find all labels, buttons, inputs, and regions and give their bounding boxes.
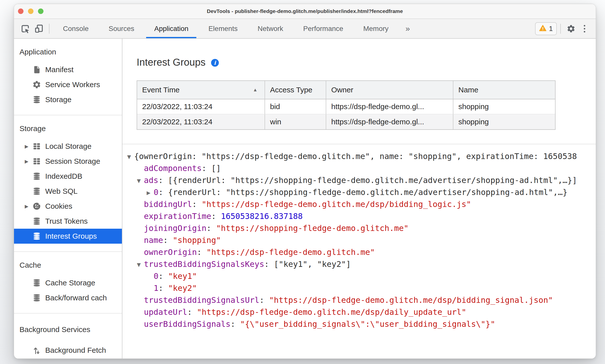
page-title: Interest Groups — [137, 57, 206, 68]
tree-line-key-1[interactable]: 1: "key2" — [122, 282, 596, 294]
sidebar-item-label: Cookies — [45, 202, 72, 210]
tree-line-expirationtime[interactable]: expirationTime: 1650538216.837188 — [122, 210, 596, 222]
toolbar-separator — [49, 24, 49, 34]
tree-line-name[interactable]: name: "shopping" — [122, 234, 596, 246]
sidebar-item-web-sql[interactable]: Web SQL — [14, 184, 122, 199]
tab-performance[interactable]: Performance — [293, 19, 353, 38]
sidebar-item-interest-groups[interactable]: Interest Groups — [14, 229, 122, 244]
sidebar-item-storage[interactable]: Storage — [14, 92, 122, 107]
up-down-arrows-icon — [32, 346, 41, 355]
toolbar-separator — [560, 24, 561, 34]
sidebar-item-label: Local Storage — [45, 142, 91, 151]
sidebar-item-service-workers[interactable]: Service Workers — [14, 77, 122, 92]
zoom-window-button[interactable] — [38, 8, 43, 14]
tab-network[interactable]: Network — [248, 19, 293, 38]
sidebar-section-storage: Storage ▶ Local Storage ▶ Session Storag… — [14, 115, 122, 252]
expander-icon[interactable]: ▶ — [25, 159, 32, 164]
tab-elements[interactable]: Elements — [198, 19, 248, 38]
tree-line-key-0[interactable]: 0: "key1" — [122, 270, 596, 282]
table-cell-name[interactable]: shopping — [453, 99, 555, 114]
tree-line-trustedbiddingsignalsurl[interactable]: trustedBiddingSignalsUrl: "https://dsp-f… — [122, 294, 596, 306]
sidebar-item-label: Trust Tokens — [45, 217, 88, 225]
col-header-name[interactable]: Name — [453, 81, 555, 99]
devtools-toolbar: Console Sources Application Elements Net… — [14, 19, 596, 39]
tab-sources[interactable]: Sources — [99, 19, 144, 38]
interest-groups-table: Event Time ▲ Access Type Owner Name 22/0… — [137, 80, 556, 130]
tree-line-biddingurl[interactable]: biddingUrl: "https://dsp-fledge-demo.gli… — [122, 198, 596, 210]
details-divider — [122, 144, 596, 144]
sidebar-section-cache: Cache Cache Storage Back/forward cach — [14, 252, 122, 314]
document-icon — [32, 65, 41, 74]
device-toolbar-icon[interactable] — [32, 19, 45, 38]
database-icon — [32, 187, 41, 196]
sidebar-item-cache-storage[interactable]: Cache Storage — [14, 275, 122, 290]
sidebar-item-local-storage[interactable]: ▶ Local Storage — [14, 139, 122, 154]
devtools-window: DevTools - publisher-fledge-demo.glitch.… — [14, 4, 596, 359]
sidebar-item-label: Background Fetch — [45, 346, 106, 355]
collapse-triangle-icon[interactable]: ▼ — [137, 175, 144, 186]
issues-warning-badge[interactable]: 1 — [535, 22, 557, 35]
tree-line-ads-0[interactable]: ▶0: {renderUrl: "https://shopping-fledge… — [122, 186, 596, 198]
tree-line-ownerorigin[interactable]: ownerOrigin: "https://dsp-fledge-demo.gl… — [122, 246, 596, 258]
table-cell-owner[interactable]: https://dsp-fledge-demo.gl... — [326, 114, 453, 129]
sidebar-item-indexeddb[interactable]: IndexedDB — [14, 169, 122, 184]
database-icon — [32, 293, 41, 302]
database-icon — [32, 217, 41, 226]
tree-line-ads[interactable]: ▼ads: [{renderUrl: "https://shopping-fle… — [122, 174, 596, 186]
interest-group-json-tree: ▼{ownerOrigin: "https://dsp-fledge-demo.… — [122, 150, 596, 330]
tree-line-trustedbiddingsignalskeys[interactable]: ▼trustedBiddingSignalsKeys: ["key1", "ke… — [122, 258, 596, 270]
expander-icon[interactable]: ▶ — [25, 203, 32, 209]
sidebar-item-label: IndexedDB — [45, 172, 82, 181]
warning-triangle-icon — [539, 24, 547, 33]
traffic-lights — [18, 8, 43, 14]
database-icon — [32, 278, 41, 287]
col-header-owner[interactable]: Owner — [326, 81, 453, 99]
col-header-event-time[interactable]: Event Time ▲ — [137, 81, 265, 99]
more-tabs-icon[interactable]: » — [398, 19, 417, 38]
table-cell-access-type[interactable]: bid — [265, 99, 326, 114]
sidebar-item-trust-tokens[interactable]: Trust Tokens — [14, 214, 122, 229]
tab-memory[interactable]: Memory — [353, 19, 398, 38]
sidebar-item-session-storage[interactable]: ▶ Session Storage — [14, 154, 122, 169]
sidebar-item-label: Storage — [45, 95, 71, 104]
table-grid-icon — [32, 142, 41, 151]
sidebar-item-background-fetch[interactable]: Background Fetch — [14, 343, 122, 358]
table-cell-access-type[interactable]: win — [265, 114, 326, 129]
kebab-menu-icon[interactable] — [578, 19, 591, 38]
table-cell-event-time[interactable]: 22/03/2022, 11:03:24 — [137, 99, 265, 114]
tree-line-joiningorigin[interactable]: joiningOrigin: "https://shopping-fledge-… — [122, 222, 596, 234]
minimize-window-button[interactable] — [28, 8, 33, 14]
sidebar-item-label: Service Workers — [45, 80, 100, 89]
sidebar-item-back-forward-cache[interactable]: Back/forward cach — [14, 290, 122, 305]
sidebar-item-label: Session Storage — [45, 157, 100, 166]
table-cell-name[interactable]: shopping — [453, 114, 555, 129]
tree-line-updateurl[interactable]: updateUrl: "https://dsp-fledge-demo.glit… — [122, 306, 596, 318]
close-window-button[interactable] — [18, 8, 23, 14]
warning-count: 1 — [549, 25, 553, 33]
settings-gear-icon[interactable] — [564, 19, 578, 38]
tree-line-userbiddingsignals[interactable]: userBiddingSignals: "{\"user_bidding_sig… — [122, 318, 596, 330]
database-icon — [32, 232, 41, 241]
table-cell-event-time[interactable]: 22/03/2022, 11:03:24 — [137, 114, 265, 129]
section-header-background-services: Background Services — [14, 325, 122, 334]
table-cell-owner[interactable]: https://dsp-fledge-demo.gl... — [326, 99, 453, 114]
sidebar-item-manifest[interactable]: Manifest — [14, 62, 122, 77]
tree-line-adcomponents[interactable]: adComponents: [] — [122, 162, 596, 174]
tab-application[interactable]: Application — [144, 19, 198, 38]
collapse-triangle-icon[interactable]: ▼ — [137, 259, 144, 270]
section-header-application: Application — [14, 47, 122, 57]
sidebar-item-cookies[interactable]: ▶ Cookies — [14, 199, 122, 214]
inspect-element-icon[interactable] — [18, 19, 32, 38]
section-header-storage: Storage — [14, 124, 122, 133]
expander-icon[interactable]: ▶ — [25, 144, 32, 149]
tree-line-root[interactable]: ▼{ownerOrigin: "https://dsp-fledge-demo.… — [122, 150, 596, 162]
tab-console[interactable]: Console — [53, 19, 99, 38]
application-sidebar: Application Manifest Service Workers — [14, 39, 122, 359]
info-icon[interactable]: i — [211, 59, 219, 67]
database-icon — [32, 95, 41, 104]
expand-triangle-icon[interactable]: ▶ — [147, 187, 154, 198]
col-header-access-type[interactable]: Access Type — [265, 81, 326, 99]
titlebar: DevTools - publisher-fledge-demo.glitch.… — [14, 4, 596, 19]
collapse-triangle-icon[interactable]: ▼ — [127, 151, 134, 162]
database-icon — [32, 172, 41, 181]
